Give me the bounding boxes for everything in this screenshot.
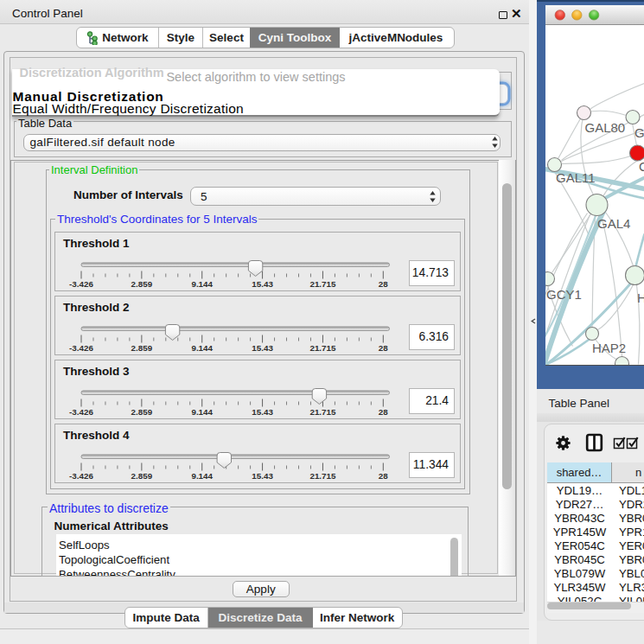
- svg-text:2.859: 2.859: [131, 343, 153, 353]
- svg-text:-3.426: -3.426: [69, 407, 93, 417]
- svg-text:9.144: 9.144: [191, 279, 213, 289]
- svg-text:GAL11: GAL11: [556, 169, 596, 184]
- svg-text:15.43: 15.43: [252, 471, 273, 481]
- svg-text:-3.426: -3.426: [69, 279, 93, 289]
- svg-text:9.144: 9.144: [191, 407, 213, 417]
- svg-text:GCY1: GCY1: [546, 287, 582, 302]
- svg-text:CRM: CRM: [639, 159, 644, 174]
- svg-text:28: 28: [379, 407, 388, 417]
- svg-text:28: 28: [379, 343, 388, 353]
- svg-text:28: 28: [379, 279, 388, 289]
- svg-text:21.715: 21.715: [309, 407, 336, 417]
- svg-text:9.144: 9.144: [191, 471, 213, 481]
- svg-text:15.43: 15.43: [252, 279, 273, 289]
- svg-text:GAL4: GAL4: [597, 216, 630, 231]
- svg-text:15.43: 15.43: [252, 343, 273, 353]
- svg-text:-3.426: -3.426: [69, 471, 93, 481]
- svg-text:GAL3: GAL3: [634, 124, 644, 139]
- svg-text:2.859: 2.859: [131, 279, 153, 289]
- svg-text:GAL80: GAL80: [584, 119, 625, 134]
- svg-text:21.715: 21.715: [309, 471, 336, 481]
- svg-text:15.43: 15.43: [252, 407, 273, 417]
- svg-text:HAP2: HAP2: [592, 340, 626, 354]
- svg-text:-3.426: -3.426: [69, 343, 93, 353]
- svg-text:2.859: 2.859: [131, 471, 153, 481]
- svg-text:HIS: HIS: [637, 290, 644, 304]
- svg-text:9.144: 9.144: [191, 343, 213, 353]
- svg-text:21.715: 21.715: [309, 279, 336, 289]
- svg-text:2.859: 2.859: [131, 407, 153, 417]
- svg-text:28: 28: [379, 471, 388, 481]
- svg-text:21.715: 21.715: [309, 343, 336, 353]
